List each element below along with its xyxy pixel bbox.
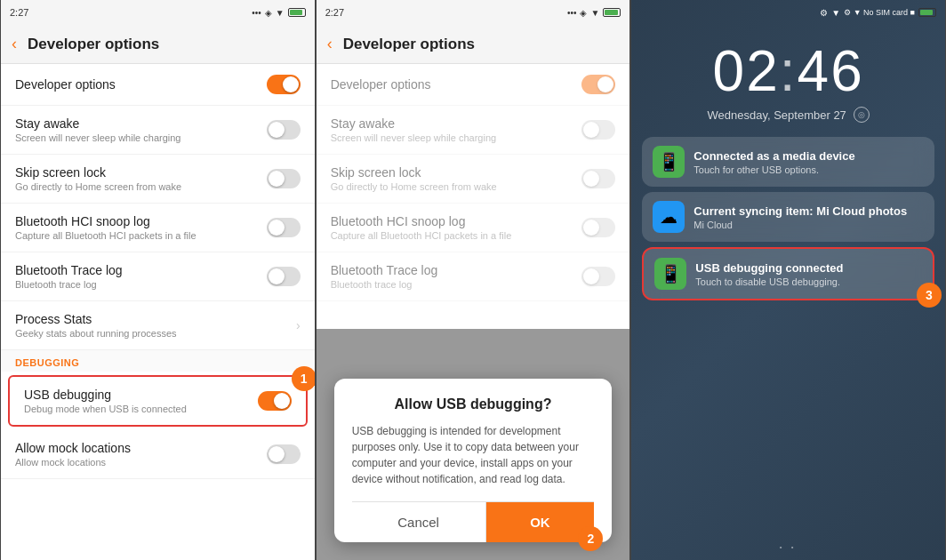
data-icon-2: ▼ <box>590 8 599 18</box>
allow-mock-toggle[interactable] <box>267 444 301 464</box>
notif-card-2[interactable]: ☁ Current syncing item: Mi Cloud photos … <box>642 192 934 242</box>
stay-awake-toggle[interactable] <box>267 120 301 140</box>
lock-date: Wednesday, September 27 ◎ <box>631 107 945 123</box>
usb-debug-toggle[interactable] <box>258 391 292 411</box>
notif-card-1[interactable]: 📱 Connected as a media device Touch for … <box>642 137 934 187</box>
battery-icon-2 <box>603 8 621 17</box>
lock-colon: : <box>780 39 798 103</box>
dev-options-toggle[interactable] <box>267 75 301 94</box>
nav-bar-2: ‹ Developer options <box>317 25 630 64</box>
p2-skip-toggle <box>581 169 615 188</box>
status-icons-2: ••• ◈ ▼ <box>567 8 621 18</box>
bt-hci-toggle[interactable] <box>267 218 301 237</box>
lock-dots: • • <box>631 534 945 560</box>
lock-target-icon: ◎ <box>854 107 870 123</box>
step-badge-1: 1 <box>292 366 315 391</box>
stay-awake-subtitle: Screen will never sleep while charging <box>15 132 267 143</box>
lock-status-bar: ⚙ ▼ ⚙ ▼ No SIM card ■ <box>631 0 945 25</box>
debugging-section-header: DEBUGGING <box>1 350 315 372</box>
settings-item-skip-lock: Skip screen lock Go directly to Home scr… <box>1 155 315 204</box>
nav-title-2: Developer options <box>343 36 475 53</box>
p2-item-dev: Developer options <box>317 64 630 106</box>
notif-title-3: USB debugging connected <box>695 261 922 275</box>
dialog-overlay: Allow USB debugging? USB debugging is in… <box>317 329 630 560</box>
skip-lock-toggle[interactable] <box>267 169 301 188</box>
usb-debug-dialog: Allow USB debugging? USB debugging is in… <box>334 379 613 542</box>
p2-skip-title: Skip screen lock <box>331 165 582 180</box>
p2-awake-toggle <box>581 120 615 140</box>
back-button-2[interactable]: ‹ <box>327 35 333 53</box>
lock-battery-icon <box>918 8 936 17</box>
notif-icon-3: 📱 <box>654 258 686 290</box>
p2-item-bttrace: Bluetooth Trace log Bluetooth trace log <box>317 252 630 301</box>
p2-bttrace-sub: Bluetooth trace log <box>331 279 582 290</box>
nav-bar-1: ‹ Developer options <box>1 25 315 64</box>
nav-title-1: Developer options <box>28 36 159 53</box>
p2-bthci-sub: Capture all Bluetooth HCI packets in a f… <box>331 230 582 241</box>
notif-title-1: Connected as a media device <box>693 149 924 163</box>
signal-icon: ••• <box>252 8 261 18</box>
process-stats-title: Process Stats <box>15 312 296 326</box>
bt-hci-title: Bluetooth HCI snoop log <box>15 214 267 228</box>
panel-3: ⚙ ▼ ⚙ ▼ No SIM card ■ 02:46 Wednesday, S… <box>630 0 946 560</box>
p2-bttrace-title: Bluetooth Trace log <box>331 263 582 277</box>
panel-1: 2:27 ••• ◈ ▼ ‹ Developer options Develop… <box>0 0 316 560</box>
bt-trace-title: Bluetooth Trace log <box>15 263 267 277</box>
settings-item-dev-options: Developer options <box>1 64 315 106</box>
p2-awake-sub: Screen will never sleep while charging <box>331 132 582 143</box>
status-bar-1: 2:27 ••• ◈ ▼ <box>1 0 315 25</box>
skip-lock-title: Skip screen lock <box>15 165 267 180</box>
notif-card-3-usb[interactable]: 📱 USB debugging connected Touch to disab… <box>642 247 934 300</box>
p2-item-skip: Skip screen lock Go directly to Home scr… <box>317 155 630 204</box>
p2-item-awake: Stay awake Screen will never sleep while… <box>317 106 630 155</box>
step-badge-3: 3 <box>917 283 942 308</box>
p2-dev-toggle <box>581 75 615 94</box>
p2-item-bthci: Bluetooth HCI snoop log Capture all Blue… <box>317 204 630 252</box>
wifi-icon: ◈ <box>265 8 272 18</box>
status-icons-1: ••• ◈ ▼ <box>252 8 305 18</box>
settings-item-process-stats: Process Stats Geeky stats about running … <box>1 301 315 350</box>
notif-icon-1: 📱 <box>653 146 685 178</box>
time-1: 2:27 <box>10 7 28 18</box>
lock-date-text: Wednesday, September 27 <box>708 108 846 122</box>
process-stats-subtitle: Geeky stats about running processes <box>15 328 296 339</box>
lock-status-icons: ⚙ ▼ ⚙ ▼ No SIM card ■ <box>820 8 936 18</box>
settings-item-allow-mock: Allow mock locations Allow mock location… <box>1 430 315 479</box>
usb-debug-title: USB debugging <box>24 388 258 402</box>
back-button-1[interactable]: ‹ <box>12 35 17 53</box>
usb-debugging-item[interactable]: USB debugging Debug mode when USB is con… <box>8 375 308 427</box>
dialog-body: USB debugging is intended for developmen… <box>352 423 595 487</box>
lock-wifi-icon: ▼ <box>831 8 840 18</box>
skip-lock-subtitle: Go directly to Home screen from wake <box>15 181 267 192</box>
panel-2: 2:27 ••• ◈ ▼ ‹ Developer options Develop… <box>316 0 631 560</box>
notifications-area: 📱 Connected as a media device Touch for … <box>631 130 945 534</box>
dialog-cancel-button[interactable]: Cancel <box>352 502 486 542</box>
notif-title-2: Current syncing item: Mi Cloud photos <box>693 204 924 218</box>
no-sim-label: ⚙ ▼ No SIM card ■ <box>844 8 915 17</box>
bt-trace-subtitle: Bluetooth trace log <box>15 279 267 290</box>
dialog-title: Allow USB debugging? <box>352 396 595 412</box>
stay-awake-title: Stay awake <box>15 116 267 131</box>
settings-item-bt-hci: Bluetooth HCI snoop log Capture all Blue… <box>1 204 315 252</box>
notif-icon-2: ☁ <box>653 201 685 233</box>
bt-hci-subtitle: Capture all Bluetooth HCI packets in a f… <box>15 230 267 241</box>
p2-bthci-toggle <box>581 218 615 237</box>
p2-bthci-title: Bluetooth HCI snoop log <box>331 214 582 228</box>
dialog-buttons: Cancel OK 2 <box>352 501 595 542</box>
lock-hours: 02 <box>713 39 780 103</box>
bt-trace-toggle[interactable] <box>267 267 301 286</box>
settings-item-stay-awake: Stay awake Screen will never sleep while… <box>1 106 315 155</box>
lock-minutes: 46 <box>798 39 864 103</box>
wifi-icon-2: ◈ <box>580 8 587 18</box>
step-badge-2: 2 <box>578 526 603 551</box>
settings-item-bt-trace: Bluetooth Trace log Bluetooth trace log <box>1 252 315 301</box>
lock-clock: 02:46 <box>631 43 945 100</box>
battery-icon <box>288 8 306 17</box>
notif-subtitle-1: Touch for other USB options. <box>693 164 924 175</box>
allow-mock-title: Allow mock locations <box>15 441 267 455</box>
time-2: 2:27 <box>325 7 344 18</box>
notif-subtitle-2: Mi Cloud <box>693 220 924 230</box>
status-bar-2: 2:27 ••• ◈ ▼ <box>317 0 630 25</box>
signal-icon-2: ••• <box>567 8 577 18</box>
p2-dev-title: Developer options <box>331 77 582 92</box>
